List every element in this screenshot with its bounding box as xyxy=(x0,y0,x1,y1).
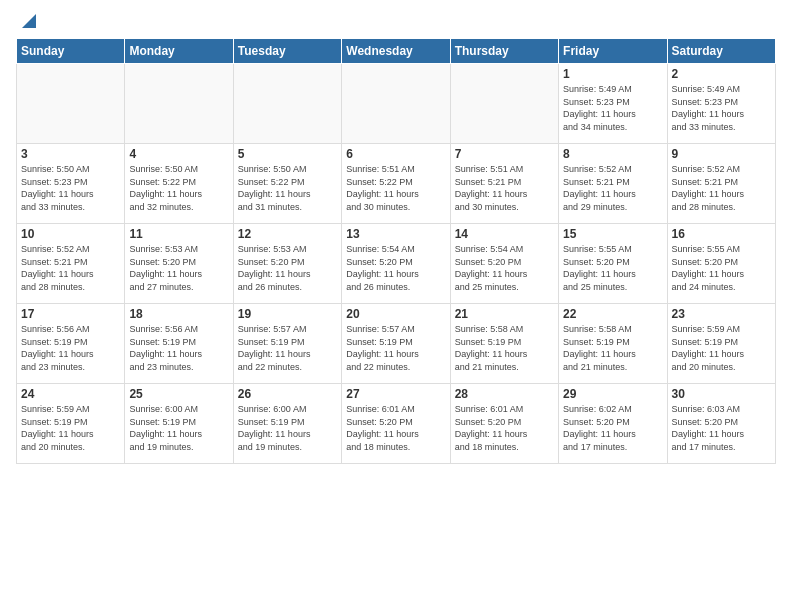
day-number: 7 xyxy=(455,147,554,161)
weekday-header-saturday: Saturday xyxy=(667,39,775,64)
calendar-cell: 13Sunrise: 5:54 AM Sunset: 5:20 PM Dayli… xyxy=(342,224,450,304)
calendar-cell: 18Sunrise: 5:56 AM Sunset: 5:19 PM Dayli… xyxy=(125,304,233,384)
day-info: Sunrise: 5:57 AM Sunset: 5:19 PM Dayligh… xyxy=(346,323,445,373)
calendar-cell: 2Sunrise: 5:49 AM Sunset: 5:23 PM Daylig… xyxy=(667,64,775,144)
day-info: Sunrise: 5:54 AM Sunset: 5:20 PM Dayligh… xyxy=(455,243,554,293)
calendar-cell: 8Sunrise: 5:52 AM Sunset: 5:21 PM Daylig… xyxy=(559,144,667,224)
svg-marker-0 xyxy=(22,14,36,28)
day-info: Sunrise: 5:57 AM Sunset: 5:19 PM Dayligh… xyxy=(238,323,337,373)
calendar-cell: 24Sunrise: 5:59 AM Sunset: 5:19 PM Dayli… xyxy=(17,384,125,464)
day-info: Sunrise: 5:49 AM Sunset: 5:23 PM Dayligh… xyxy=(563,83,662,133)
calendar-cell: 16Sunrise: 5:55 AM Sunset: 5:20 PM Dayli… xyxy=(667,224,775,304)
day-info: Sunrise: 5:54 AM Sunset: 5:20 PM Dayligh… xyxy=(346,243,445,293)
weekday-header-wednesday: Wednesday xyxy=(342,39,450,64)
calendar-cell: 4Sunrise: 5:50 AM Sunset: 5:22 PM Daylig… xyxy=(125,144,233,224)
calendar-cell: 21Sunrise: 5:58 AM Sunset: 5:19 PM Dayli… xyxy=(450,304,558,384)
day-info: Sunrise: 5:51 AM Sunset: 5:22 PM Dayligh… xyxy=(346,163,445,213)
calendar-cell: 26Sunrise: 6:00 AM Sunset: 5:19 PM Dayli… xyxy=(233,384,341,464)
calendar-table: SundayMondayTuesdayWednesdayThursdayFrid… xyxy=(16,38,776,464)
day-number: 8 xyxy=(563,147,662,161)
calendar-cell: 7Sunrise: 5:51 AM Sunset: 5:21 PM Daylig… xyxy=(450,144,558,224)
day-info: Sunrise: 5:55 AM Sunset: 5:20 PM Dayligh… xyxy=(672,243,771,293)
header xyxy=(16,12,776,28)
weekday-header-row: SundayMondayTuesdayWednesdayThursdayFrid… xyxy=(17,39,776,64)
calendar-cell: 15Sunrise: 5:55 AM Sunset: 5:20 PM Dayli… xyxy=(559,224,667,304)
day-number: 30 xyxy=(672,387,771,401)
day-info: Sunrise: 5:56 AM Sunset: 5:19 PM Dayligh… xyxy=(129,323,228,373)
day-number: 17 xyxy=(21,307,120,321)
calendar-cell: 22Sunrise: 5:58 AM Sunset: 5:19 PM Dayli… xyxy=(559,304,667,384)
day-number: 24 xyxy=(21,387,120,401)
calendar-cell xyxy=(450,64,558,144)
day-number: 25 xyxy=(129,387,228,401)
calendar-cell: 29Sunrise: 6:02 AM Sunset: 5:20 PM Dayli… xyxy=(559,384,667,464)
calendar-cell: 1Sunrise: 5:49 AM Sunset: 5:23 PM Daylig… xyxy=(559,64,667,144)
day-number: 14 xyxy=(455,227,554,241)
calendar-cell xyxy=(342,64,450,144)
day-number: 10 xyxy=(21,227,120,241)
day-number: 26 xyxy=(238,387,337,401)
day-info: Sunrise: 6:02 AM Sunset: 5:20 PM Dayligh… xyxy=(563,403,662,453)
calendar-cell: 14Sunrise: 5:54 AM Sunset: 5:20 PM Dayli… xyxy=(450,224,558,304)
day-number: 20 xyxy=(346,307,445,321)
calendar-cell: 28Sunrise: 6:01 AM Sunset: 5:20 PM Dayli… xyxy=(450,384,558,464)
day-info: Sunrise: 5:50 AM Sunset: 5:22 PM Dayligh… xyxy=(238,163,337,213)
day-number: 3 xyxy=(21,147,120,161)
calendar-cell: 20Sunrise: 5:57 AM Sunset: 5:19 PM Dayli… xyxy=(342,304,450,384)
day-info: Sunrise: 6:01 AM Sunset: 5:20 PM Dayligh… xyxy=(346,403,445,453)
calendar-cell: 23Sunrise: 5:59 AM Sunset: 5:19 PM Dayli… xyxy=(667,304,775,384)
day-number: 5 xyxy=(238,147,337,161)
calendar-cell xyxy=(17,64,125,144)
calendar-cell: 19Sunrise: 5:57 AM Sunset: 5:19 PM Dayli… xyxy=(233,304,341,384)
day-number: 4 xyxy=(129,147,228,161)
calendar-cell: 25Sunrise: 6:00 AM Sunset: 5:19 PM Dayli… xyxy=(125,384,233,464)
day-number: 23 xyxy=(672,307,771,321)
day-number: 2 xyxy=(672,67,771,81)
day-info: Sunrise: 5:52 AM Sunset: 5:21 PM Dayligh… xyxy=(563,163,662,213)
calendar-week-1: 1Sunrise: 5:49 AM Sunset: 5:23 PM Daylig… xyxy=(17,64,776,144)
day-info: Sunrise: 5:51 AM Sunset: 5:21 PM Dayligh… xyxy=(455,163,554,213)
weekday-header-tuesday: Tuesday xyxy=(233,39,341,64)
day-number: 12 xyxy=(238,227,337,241)
weekday-header-friday: Friday xyxy=(559,39,667,64)
day-info: Sunrise: 5:50 AM Sunset: 5:22 PM Dayligh… xyxy=(129,163,228,213)
calendar-week-2: 3Sunrise: 5:50 AM Sunset: 5:23 PM Daylig… xyxy=(17,144,776,224)
day-number: 28 xyxy=(455,387,554,401)
weekday-header-thursday: Thursday xyxy=(450,39,558,64)
day-info: Sunrise: 5:52 AM Sunset: 5:21 PM Dayligh… xyxy=(672,163,771,213)
day-info: Sunrise: 6:03 AM Sunset: 5:20 PM Dayligh… xyxy=(672,403,771,453)
day-number: 13 xyxy=(346,227,445,241)
page: SundayMondayTuesdayWednesdayThursdayFrid… xyxy=(0,0,792,612)
day-info: Sunrise: 6:01 AM Sunset: 5:20 PM Dayligh… xyxy=(455,403,554,453)
day-number: 11 xyxy=(129,227,228,241)
logo-triangle-icon xyxy=(18,10,40,32)
day-info: Sunrise: 5:56 AM Sunset: 5:19 PM Dayligh… xyxy=(21,323,120,373)
day-number: 22 xyxy=(563,307,662,321)
day-info: Sunrise: 5:58 AM Sunset: 5:19 PM Dayligh… xyxy=(455,323,554,373)
calendar-cell: 17Sunrise: 5:56 AM Sunset: 5:19 PM Dayli… xyxy=(17,304,125,384)
day-info: Sunrise: 5:53 AM Sunset: 5:20 PM Dayligh… xyxy=(129,243,228,293)
calendar-cell: 11Sunrise: 5:53 AM Sunset: 5:20 PM Dayli… xyxy=(125,224,233,304)
calendar-week-4: 17Sunrise: 5:56 AM Sunset: 5:19 PM Dayli… xyxy=(17,304,776,384)
day-info: Sunrise: 5:55 AM Sunset: 5:20 PM Dayligh… xyxy=(563,243,662,293)
calendar-cell: 12Sunrise: 5:53 AM Sunset: 5:20 PM Dayli… xyxy=(233,224,341,304)
day-info: Sunrise: 5:53 AM Sunset: 5:20 PM Dayligh… xyxy=(238,243,337,293)
weekday-header-sunday: Sunday xyxy=(17,39,125,64)
day-number: 9 xyxy=(672,147,771,161)
day-info: Sunrise: 6:00 AM Sunset: 5:19 PM Dayligh… xyxy=(129,403,228,453)
day-number: 21 xyxy=(455,307,554,321)
day-info: Sunrise: 6:00 AM Sunset: 5:19 PM Dayligh… xyxy=(238,403,337,453)
logo xyxy=(16,12,40,28)
day-number: 6 xyxy=(346,147,445,161)
day-info: Sunrise: 5:59 AM Sunset: 5:19 PM Dayligh… xyxy=(21,403,120,453)
day-info: Sunrise: 5:50 AM Sunset: 5:23 PM Dayligh… xyxy=(21,163,120,213)
day-number: 18 xyxy=(129,307,228,321)
day-number: 29 xyxy=(563,387,662,401)
day-number: 15 xyxy=(563,227,662,241)
day-number: 27 xyxy=(346,387,445,401)
calendar-cell xyxy=(233,64,341,144)
day-info: Sunrise: 5:52 AM Sunset: 5:21 PM Dayligh… xyxy=(21,243,120,293)
calendar-cell: 3Sunrise: 5:50 AM Sunset: 5:23 PM Daylig… xyxy=(17,144,125,224)
weekday-header-monday: Monday xyxy=(125,39,233,64)
calendar-cell: 5Sunrise: 5:50 AM Sunset: 5:22 PM Daylig… xyxy=(233,144,341,224)
